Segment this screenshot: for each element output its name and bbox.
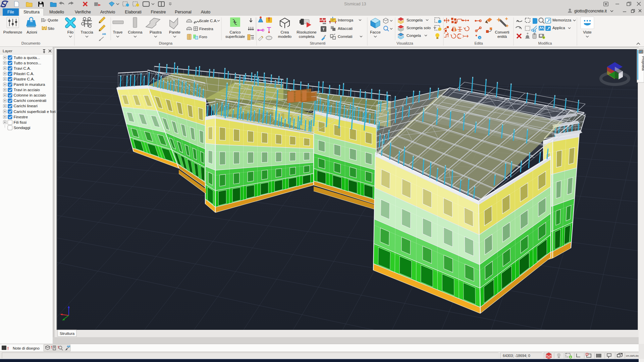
svg-text:AB: AB — [67, 345, 70, 348]
svg-text:Piastra: Piastra — [150, 30, 162, 34]
svg-text:Elaborati: Elaborati — [125, 10, 141, 14]
svg-text:Foro: Foro — [199, 35, 207, 39]
svg-text:Interroga: Interroga — [338, 18, 354, 22]
svg-text:Attaccati: Attaccati — [338, 26, 353, 31]
svg-text:Edita: Edita — [474, 41, 483, 45]
svg-text:T: T — [322, 27, 325, 31]
svg-text:Verifiche: Verifiche — [75, 10, 91, 14]
svg-text:giotto@concrete.it: giotto@concrete.it — [574, 9, 607, 13]
svg-text:Pilastri C.A.: Pilastri C.A. — [14, 71, 35, 76]
svg-text:Applica: Applica — [552, 26, 565, 30]
svg-text:Facce: Facce — [370, 30, 380, 34]
svg-text:!: ! — [51, 345, 52, 349]
svg-text:Fili fissi: Fili fissi — [14, 120, 27, 125]
svg-text:Note di disegno: Note di disegno — [13, 346, 40, 350]
svg-text:Struttura: Struttura — [60, 331, 75, 336]
svg-text:Sito: Sito — [48, 26, 54, 31]
svg-text:Traccia: Traccia — [80, 30, 93, 34]
svg-text:Filo: Filo — [67, 30, 74, 34]
svg-text:Finestre: Finestre — [14, 115, 28, 119]
svg-text:Preferenze: Preferenze — [3, 30, 22, 34]
svg-text:!: ! — [7, 346, 9, 351]
svg-text:superficiale: superficiale — [225, 35, 245, 39]
svg-text:Sondaggi: Sondaggi — [14, 125, 31, 130]
svg-text:Finestre: Finestre — [151, 10, 166, 14]
svg-text:Scongela solo: Scongela solo — [407, 26, 431, 30]
svg-text:modello: modello — [278, 35, 291, 39]
svg-text:Personal: Personal — [175, 10, 191, 14]
svg-text:Congela: Congela — [407, 34, 421, 38]
svg-text:Carichi superficiali e fori: Carichi superficiali e fori — [14, 109, 56, 114]
svg-text:Pareti in muratura: Pareti in muratura — [14, 82, 45, 87]
svg-text:Piastre C.A.: Piastre C.A. — [14, 77, 35, 81]
svg-text:Quote: Quote — [48, 18, 58, 22]
svg-text:Visualizza: Visualizza — [396, 41, 413, 45]
svg-text:Correlati: Correlati — [338, 35, 352, 39]
svg-text:Converti: Converti — [495, 30, 509, 34]
svg-text:entità: entità — [497, 35, 507, 39]
svg-text:Modello: Modello — [49, 10, 64, 14]
svg-text:Travi in acciaio: Travi in acciaio — [14, 87, 40, 92]
svg-text:Risoluzione: Risoluzione — [297, 30, 316, 34]
svg-text:Tutto a quota...: Tutto a quota... — [14, 55, 40, 60]
svg-text:Modifica: Modifica — [538, 41, 552, 45]
svg-text:Carichi concentrati: Carichi concentrati — [14, 98, 47, 103]
svg-text:A: A — [479, 37, 481, 39]
svg-text:Archivio: Archivio — [100, 10, 115, 14]
svg-text:Parete: Parete — [169, 30, 180, 34]
svg-text:completa: completa — [299, 35, 315, 39]
svg-text:File: File — [7, 10, 14, 14]
svg-text:Struttura: Struttura — [23, 10, 40, 14]
svg-text:Viste: Viste — [583, 30, 591, 34]
svg-text:AB: AB — [102, 33, 106, 36]
svg-text:Layer: Layer — [3, 49, 12, 53]
svg-text:Crea: Crea — [281, 30, 289, 34]
svg-text:!: ! — [58, 345, 59, 349]
svg-text:Strumenti: Strumenti — [310, 41, 325, 45]
svg-text:Carichi lineari: Carichi lineari — [14, 104, 38, 108]
svg-text:Aiuto: Aiuto — [201, 10, 211, 14]
svg-text:Documento: Documento — [21, 41, 40, 45]
svg-text:64303; -18694; 0: 64303; -18694; 0 — [503, 354, 530, 358]
svg-text:Colonna: Colonna — [128, 30, 143, 34]
svg-text:Proprietà: Proprietà — [641, 56, 644, 71]
svg-text:Scale C.A.: Scale C.A. — [199, 19, 217, 23]
svg-text:Travi C.A.: Travi C.A. — [14, 66, 31, 71]
svg-text:Tutto a tronco...: Tutto a tronco... — [14, 61, 41, 65]
svg-text:Sismicad 13: Sismicad 13 — [344, 2, 366, 6]
svg-text:Disegna: Disegna — [159, 41, 173, 45]
svg-text:Scongela: Scongela — [407, 18, 423, 22]
svg-text:Trave: Trave — [113, 30, 123, 34]
svg-text:Azioni: Azioni — [26, 30, 37, 34]
svg-text:Colonne in acciaio: Colonne in acciaio — [14, 93, 46, 98]
svg-text:Memorizza: Memorizza — [552, 18, 572, 22]
svg-text:Carico: Carico — [229, 30, 240, 34]
svg-text:N: N — [30, 19, 32, 23]
svg-text:Finestra: Finestra — [199, 27, 213, 31]
